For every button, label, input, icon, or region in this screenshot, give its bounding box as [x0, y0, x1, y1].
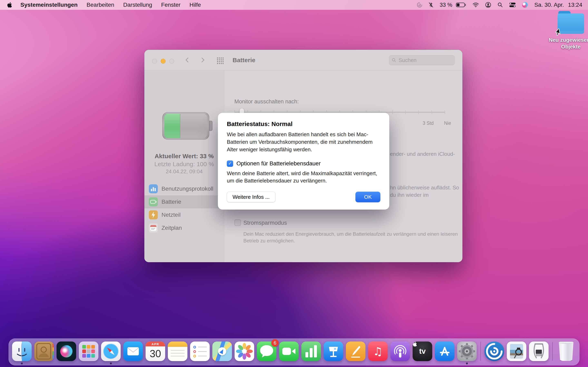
dock-numbers-icon[interactable] — [301, 341, 321, 362]
apple-menu-icon[interactable] — [7, 2, 12, 8]
menu-fenster[interactable]: Fenster — [161, 2, 181, 8]
battery-status-dialog: Batteriestatus: Normal Wie bei allen auf… — [218, 113, 389, 210]
battery-lifespan-checkbox[interactable]: ✓ — [227, 160, 233, 167]
menu-bar: Systemeinstellungen Bearbeiten Darstellu… — [0, 0, 588, 10]
battery-fill-green — [164, 114, 180, 138]
dialog-title: Batteriestatus: Normal — [227, 120, 380, 127]
battery-status-icon[interactable] — [456, 2, 466, 8]
dock-pages-icon[interactable] — [345, 341, 366, 362]
low-power-checkbox[interactable] — [234, 219, 241, 226]
spiral-menu-extra-icon[interactable] — [417, 2, 422, 8]
dock-mail-icon[interactable] — [123, 341, 144, 362]
dock-messages-icon[interactable]: 6 — [256, 341, 277, 362]
dock-app-store-icon[interactable] — [434, 341, 455, 362]
show-all-grid-icon[interactable] — [217, 58, 225, 65]
sidebar-item-batterie[interactable]: Batterie — [144, 195, 224, 208]
folder-label: Neu zugewiesene Objekte — [544, 37, 588, 50]
menu-hilfe[interactable]: Hilfe — [190, 2, 201, 8]
dock-finder-icon[interactable] — [11, 341, 32, 362]
menubar-date: Sa. 30. Apr. — [534, 2, 564, 8]
bluetooth-off-icon[interactable] — [429, 2, 433, 8]
dock-reminders-icon[interactable] — [190, 341, 210, 362]
low-power-description: Dein Mac reduziert den Energieverbrauch,… — [243, 231, 462, 244]
menubar-clock[interactable]: Sa. 30. Apr. 13:24 — [534, 2, 582, 8]
dialog-body-text: Wie bei allen aufladbaren Batterien hand… — [227, 131, 381, 153]
battery-current-value: Aktueller Wert: 33 % — [144, 153, 224, 160]
dock-separator — [480, 342, 481, 361]
dock-safari-icon[interactable] — [100, 341, 121, 362]
dock-maps-icon[interactable] — [212, 341, 233, 362]
occluded-text-fragment: hn üblicherweise auflädst. So — [390, 184, 459, 191]
occluded-text-fragment: ender- und anderen iCloud- — [390, 151, 455, 157]
ok-button[interactable]: OK — [355, 192, 380, 202]
dock-siri-icon[interactable] — [56, 341, 77, 362]
menu-app-name[interactable]: Systemeinstellungen — [20, 2, 78, 8]
calendar-day: 30 — [146, 346, 165, 361]
zoom-button[interactable] — [169, 59, 174, 64]
battery-lifespan-checkbox-label[interactable]: Optionen für Batterielebensdauer — [236, 160, 321, 167]
sidebar-item-label: Netzteil — [162, 212, 181, 218]
battery-item-icon — [149, 197, 158, 206]
back-chevron-icon[interactable] — [184, 57, 190, 63]
control-center-icon[interactable] — [509, 3, 516, 7]
tick-label-3std: 3 Std — [423, 120, 434, 126]
search-icon — [392, 58, 396, 63]
dock-calendar-icon[interactable]: APR 30 — [145, 341, 166, 362]
sidebar-item-zeitplan[interactable]: Zeitplan — [144, 221, 224, 234]
desktop-folder-neu-zugewiesene-objekte[interactable]: Neu zugewiesene Objekte — [544, 13, 588, 50]
search-field[interactable] — [389, 55, 455, 65]
window-titlebar[interactable]: Batterie — [144, 50, 462, 70]
forward-chevron-icon[interactable] — [200, 57, 206, 63]
minimize-button[interactable] — [161, 59, 165, 64]
wifi-icon[interactable] — [473, 2, 479, 7]
siri-icon[interactable] — [522, 2, 528, 8]
user-account-icon[interactable] — [485, 2, 491, 8]
battery-terminal — [209, 121, 213, 131]
battery-last-charge-date: 24.04.22, 09:04 — [144, 168, 224, 175]
menu-darstellung[interactable]: Darstellung — [123, 2, 152, 8]
dock-system-information-icon[interactable] — [528, 341, 549, 362]
usage-history-icon — [149, 184, 158, 193]
sidebar-item-label: Zeitplan — [162, 225, 182, 231]
battery-last-charge: Letzte Ladung: 100 % — [144, 161, 224, 167]
power-adapter-icon — [149, 210, 158, 219]
calendar-month: APR — [146, 342, 165, 346]
dock-music-icon[interactable]: ♫ — [367, 341, 388, 362]
dock-tv-icon[interactable]: tv — [412, 341, 433, 362]
dock-facetime-icon[interactable] — [278, 341, 299, 362]
sidebar-item-label: Batterie — [162, 199, 181, 205]
sidebar-item-label: Benutzungsprotokoll — [162, 185, 213, 192]
dock-photos-icon[interactable] — [234, 341, 255, 362]
spotlight-icon[interactable] — [498, 2, 503, 8]
dock-trash-icon[interactable] — [556, 341, 577, 362]
close-button[interactable] — [152, 59, 157, 64]
menu-bearbeiten[interactable]: Bearbeiten — [86, 2, 114, 8]
battery-level-graphic — [162, 112, 209, 140]
dock-spiral-app-icon[interactable] — [484, 341, 505, 362]
search-input[interactable] — [398, 57, 452, 64]
more-info-button[interactable]: Weitere Infos ... — [227, 192, 276, 202]
checkbox-description: Wenn deine Batterie altert, wird die Max… — [227, 170, 381, 184]
trash-can — [558, 342, 574, 361]
tv-label: tv — [419, 347, 426, 356]
dock-keynote-icon[interactable] — [323, 341, 344, 362]
dock-preview-icon[interactable] — [506, 341, 527, 362]
menubar-time: 13:24 — [568, 2, 582, 8]
messages-badge: 6 — [271, 339, 279, 347]
low-power-label: Stromsparmodus — [243, 220, 287, 226]
folder-icon[interactable] — [558, 13, 584, 34]
tick-label-nie: Nie — [444, 120, 451, 126]
dock-podcasts-icon[interactable] — [390, 341, 411, 362]
dock-notes-icon[interactable] — [167, 341, 188, 362]
sidebar-item-netzteil[interactable]: Netzteil — [144, 208, 224, 221]
sidebar-item-benutzungsprotokoll[interactable]: Benutzungsprotokoll — [144, 182, 224, 195]
window-title: Batterie — [233, 57, 255, 64]
display-off-slider-label: Monitor ausschalten nach: — [234, 99, 299, 105]
occluded-text-fragment: du ihn wieder im — [390, 192, 429, 198]
sidebar-list: Benutzungsprotokoll Batterie Netzteil — [144, 182, 224, 234]
dock-contacts-icon[interactable] — [34, 341, 54, 362]
dock-system-preferences-icon[interactable] — [457, 341, 477, 362]
battery-percent-text: 33 % — [440, 2, 452, 8]
mouse-cursor-icon — [555, 29, 562, 37]
dock-launchpad-icon[interactable] — [78, 341, 99, 362]
